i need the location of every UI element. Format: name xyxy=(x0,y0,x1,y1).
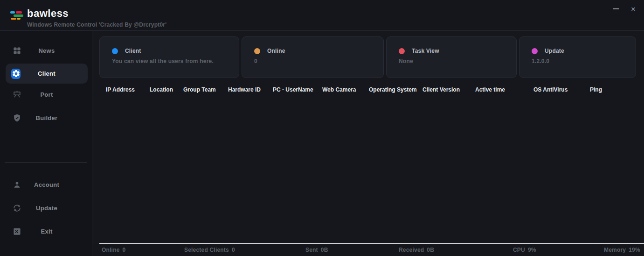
sidebar-item-update[interactable]: Update xyxy=(6,198,88,218)
card-online: Online 0 xyxy=(242,36,384,78)
card-description: You can view all the users from here. xyxy=(112,58,239,64)
card-title: Task View xyxy=(412,48,439,54)
status-value: 0B xyxy=(321,247,328,253)
status-label: Received xyxy=(399,247,424,253)
logo-bar-blue xyxy=(10,11,15,14)
card-value: 0 xyxy=(254,58,383,64)
card-title: Online xyxy=(267,48,285,54)
statusbar-divider xyxy=(99,243,644,244)
status-value: 9% xyxy=(528,247,536,253)
column-header-client-version[interactable]: Client Version xyxy=(422,86,460,93)
card-client: Client You can view all the users from h… xyxy=(99,36,239,78)
card-task-view: Task View None xyxy=(386,36,517,78)
status-value: 0 xyxy=(123,247,126,253)
card-title: Update xyxy=(545,48,564,54)
column-header-group-team[interactable]: Group Team xyxy=(183,86,216,93)
sidebar-item-account[interactable]: Account xyxy=(6,175,88,195)
minimize-icon xyxy=(613,8,619,9)
minimize-button[interactable] xyxy=(609,2,623,15)
app-window: bawless Windows Remote Control 'Cracked … xyxy=(0,0,644,256)
sidebar-item-exit[interactable]: Exit xyxy=(6,221,88,242)
column-header-ip-address[interactable]: IP Address xyxy=(106,86,135,93)
column-header-os-antivirus[interactable]: OS AntiVirus xyxy=(533,86,568,93)
status-selected-clients: Selected Clients 0 xyxy=(184,244,235,256)
card-title: Client xyxy=(125,48,141,54)
client-dot-icon xyxy=(112,48,118,54)
status-value: 19% xyxy=(629,247,640,253)
column-header-hardware-id[interactable]: Hardware ID xyxy=(228,86,261,93)
status-label: CPU xyxy=(513,247,525,253)
sidebar-item-client[interactable]: Client xyxy=(6,64,88,84)
logo-bar-green xyxy=(14,14,23,17)
close-icon: × xyxy=(631,5,636,13)
app-title: bawless xyxy=(27,8,166,19)
sidebar-item-label: Port xyxy=(40,91,53,98)
status-label: Memory xyxy=(604,247,626,253)
column-header-web-camera[interactable]: Web Camera xyxy=(322,86,356,93)
client-table-header: IP Address Location Group Team Hardware … xyxy=(92,86,644,96)
sidebar-item-label: Client xyxy=(38,70,55,77)
statusbar: Online 0 Selected Clients 0 Sent 0B Rece… xyxy=(92,244,644,256)
sidebar-item-news[interactable]: News xyxy=(6,41,88,61)
sidebar-item-label: Update xyxy=(36,205,57,212)
column-header-location[interactable]: Location xyxy=(150,86,173,93)
status-online: Online 0 xyxy=(102,244,125,256)
titlebar: bawless Windows Remote Control 'Cracked … xyxy=(0,0,644,31)
column-header-pc-username[interactable]: PC - UserName xyxy=(273,86,313,93)
status-received: Received 0B xyxy=(399,244,434,256)
shield-check-icon xyxy=(12,114,21,123)
logo-bar-orange xyxy=(11,18,16,20)
status-value: 0B xyxy=(427,247,434,253)
sidebar-divider xyxy=(5,162,87,163)
app-logo-icon xyxy=(9,11,25,21)
card-update: Update 1.2.0.0 xyxy=(519,36,636,78)
status-label: Sent xyxy=(305,247,318,253)
status-value: 0 xyxy=(232,247,235,253)
info-cards: Client You can view all the users from h… xyxy=(99,36,636,78)
app-subtitle: Windows Remote Control 'Cracked By @Drcr… xyxy=(27,21,166,28)
user-icon xyxy=(12,180,21,190)
logo-bar-crimson xyxy=(16,11,22,14)
close-button[interactable]: × xyxy=(626,2,640,15)
refresh-icon xyxy=(12,204,21,213)
sidebar-item-label: Account xyxy=(34,181,59,188)
sidebar-item-label: Builder xyxy=(36,114,58,121)
close-square-icon xyxy=(12,227,21,236)
card-value: 1.2.0.0 xyxy=(532,58,636,64)
easel-icon xyxy=(12,90,21,100)
sidebar-item-label: Exit xyxy=(41,228,52,235)
status-label: Selected Clients xyxy=(184,247,229,253)
sidebar-item-label: News xyxy=(38,47,55,54)
online-dot-icon xyxy=(254,48,260,54)
main-content: Client You can view all the users from h… xyxy=(92,31,644,256)
gear-icon xyxy=(11,69,21,78)
logo-bar-amber xyxy=(17,18,21,20)
column-header-active-time[interactable]: Active time xyxy=(475,86,505,93)
grid-icon xyxy=(12,46,21,56)
sidebar-item-builder[interactable]: Builder xyxy=(6,108,88,128)
client-table-body[interactable] xyxy=(92,99,644,243)
title-block: bawless Windows Remote Control 'Cracked … xyxy=(27,8,166,28)
column-header-operating-system[interactable]: Operating System xyxy=(369,86,417,93)
sidebar-item-port[interactable]: Port xyxy=(6,85,88,105)
status-memory: Memory 19% xyxy=(604,244,640,256)
card-value: None xyxy=(399,58,516,64)
task-view-dot-icon xyxy=(399,48,405,54)
status-sent: Sent 0B xyxy=(305,244,328,256)
column-header-ping[interactable]: Ping xyxy=(590,86,602,93)
sidebar: News Client Port Builder xyxy=(0,31,92,256)
gear-icon-chip xyxy=(11,69,21,79)
update-dot-icon xyxy=(532,48,538,54)
status-cpu: CPU 9% xyxy=(513,244,536,256)
status-label: Online xyxy=(102,247,120,253)
